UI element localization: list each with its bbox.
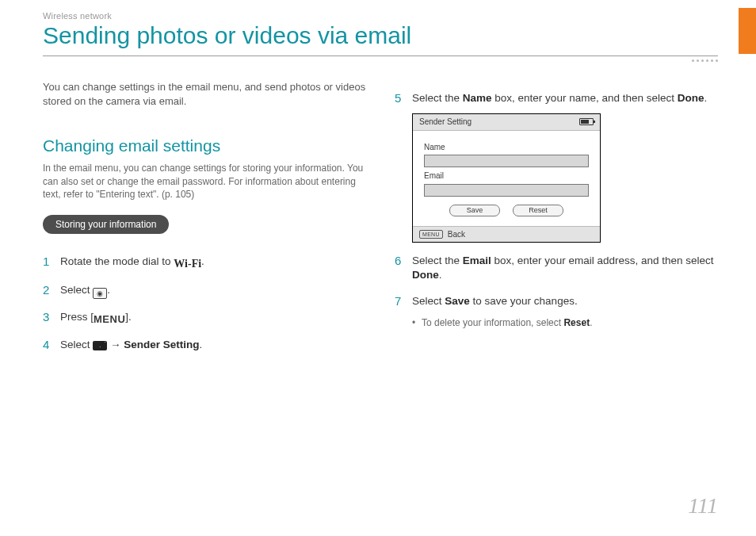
menu-icon: MENU [94,312,125,327]
battery-icon [579,118,594,125]
step-text: . [200,339,203,350]
steps-list-left: Rotate the mode dial to Wi-Fi. Select ◉.… [43,255,366,352]
wifi-icon: Wi-Fi [174,257,201,272]
step-5: Select the Name box, enter your name, an… [395,91,718,243]
step-text: . [704,92,707,104]
step-text: Rotate the mode dial to [60,255,174,267]
device-name-label: Name [424,142,589,153]
step-1: Rotate the mode dial to Wi-Fi. [43,255,366,272]
step-text: Select the [412,92,463,104]
camera-app-icon: ◉ [93,288,107,299]
page-title: Sending photos or videos via email [43,22,718,49]
step-bold: Email [463,255,491,266]
device-name-input[interactable] [424,155,589,167]
step-bold: Save [445,295,470,307]
step-text: box, enter your email address, and then … [491,255,714,266]
step-text: → [107,339,124,350]
step-7: Select Save to save your changes. To del… [395,294,718,329]
section-note: In the email menu, you can change settin… [43,162,366,201]
step-4: Select → Sender Setting. [43,338,366,352]
step-text: to save your changes. [470,295,578,307]
step-text: Select [60,284,93,296]
sub-bullet: To delete your information, select Reset… [412,316,718,329]
title-rule [43,56,718,56]
device-reset-button[interactable]: Reset [513,205,563,216]
step-2: Select ◉. [43,283,366,299]
bullet-bold: Reset [563,317,590,328]
device-screenshot: Sender Setting Name Email Save Reset [412,113,601,243]
device-title: Sender Setting [419,117,472,128]
left-column: You can change settings in the email men… [43,80,366,363]
step-text: . [201,255,204,267]
step-bold: Name [463,92,492,104]
bullet-text: To delete your information, select [422,317,563,328]
step-text: . [439,269,442,281]
step-text: . [107,284,110,296]
step-text: Select the [412,255,463,266]
steps-list-right: Select the Name box, enter your name, an… [395,91,718,329]
device-email-label: Email [424,170,589,182]
step-text: ]. [125,311,132,323]
section-heading: Changing email settings [43,135,366,157]
step-bold: Done [678,92,704,104]
device-save-button[interactable]: Save [449,205,500,216]
device-email-input[interactable] [424,184,589,197]
step-3: Press [MENU]. [43,310,366,327]
intro-text: You can change settings in the email men… [43,80,366,108]
decorative-dots [43,59,718,63]
right-column: Select the Name box, enter your name, an… [395,80,718,363]
page-number: 111 [688,493,718,519]
step-text: Select [60,339,93,350]
subsection-pill: Storing your information [43,215,169,234]
step-text: Select [412,295,445,307]
mail-icon [93,341,107,350]
device-back-label: Back [448,229,465,240]
step-text: box, enter your name, and then select [492,92,678,104]
step-text: Press [ [60,311,94,323]
chapter-tab [739,8,756,54]
device-menu-chip: MENU [419,230,443,239]
breadcrumb: Wireless network [43,11,718,21]
step-bold: Sender Setting [124,339,199,350]
bullet-text: . [590,317,592,328]
step-6: Select the Email box, enter your email a… [395,254,718,282]
step-bold: Done [412,269,439,281]
